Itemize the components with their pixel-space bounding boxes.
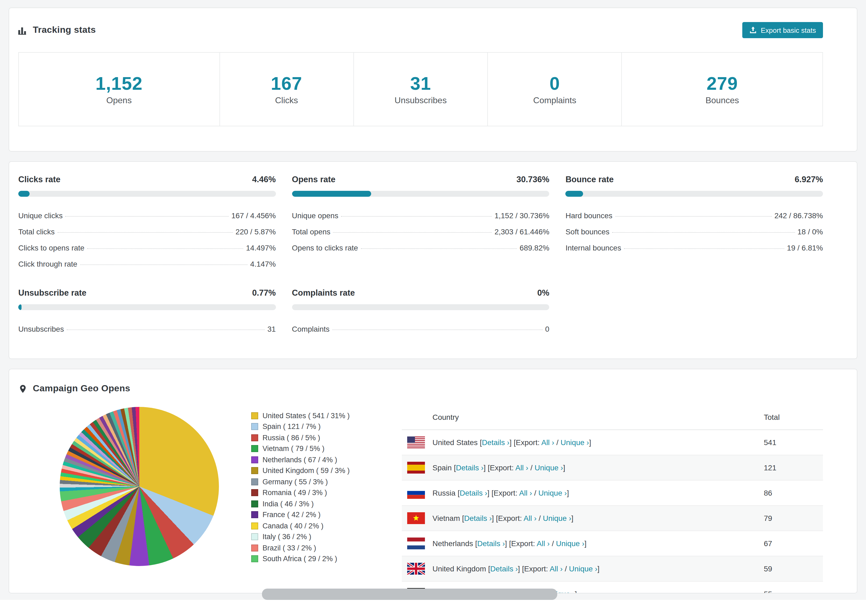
rate-value: 30.736% (516, 175, 549, 184)
legend-item-south-africa[interactable]: South Africa ( 29 / 2% ) (251, 553, 402, 564)
legend-item-canada[interactable]: Canada ( 40 / 2% ) (251, 520, 402, 531)
details-link[interactable]: Details › (490, 564, 518, 573)
dotted-leader (80, 264, 247, 265)
progress-bar (292, 304, 549, 310)
legend-label: United Kingdom ( 59 / 3% ) (263, 467, 350, 475)
geo-title: Campaign Geo Opens (33, 383, 130, 394)
legend-item-italy[interactable]: Italy ( 36 / 2% ) (251, 531, 402, 542)
dotted-leader (332, 330, 542, 330)
legend-item-spain[interactable]: Spain ( 121 / 7% ) (251, 421, 402, 432)
flag-us-icon (407, 437, 425, 448)
legend-label: India ( 46 / 3% ) (263, 500, 314, 508)
export-unique-link[interactable]: Unique › (543, 514, 571, 522)
country-total: 79 (764, 514, 823, 522)
legend-label: South Africa ( 29 / 2% ) (263, 555, 337, 563)
geo-table-row-russia: Russia [Details ›] [Export: All › / Uniq… (402, 481, 823, 506)
export-all-link[interactable]: All › (515, 464, 528, 472)
legend-label: United States ( 541 / 31% ) (263, 412, 350, 420)
geo-pie-chart[interactable] (60, 407, 219, 566)
rate-row: Soft bounces 18 / 0% (565, 224, 823, 240)
stat-bounces: 279 Bounces (622, 53, 822, 126)
rate-row: Total clicks 220 / 5.87% (18, 224, 276, 240)
dotted-leader (57, 232, 233, 233)
country-name: United Kingdom (433, 564, 486, 573)
progress-bar (292, 191, 549, 197)
legend-label: Brazil ( 33 / 2% ) (263, 544, 316, 552)
stat-complaints: 0 Complaints (488, 53, 622, 126)
rate-row: Unsubscribes 31 (18, 321, 276, 337)
geo-legend: United States ( 541 / 31% ) Spain ( 121 … (251, 410, 402, 593)
dotted-leader (341, 216, 492, 217)
geo-table-body: United States [Details ›] [Export: All ›… (402, 430, 823, 593)
rate-row: Opens to clicks rate 689.82% (292, 240, 549, 256)
legend-swatch (251, 511, 258, 519)
geo-header: Campaign Geo Opens (9, 369, 857, 405)
export-unique-link[interactable]: Unique › (561, 438, 589, 447)
geo-table-row-vietnam: Vietnam [Details ›] [Export: All › / Uni… (402, 506, 823, 531)
dotted-leader (624, 248, 784, 249)
rate-title: Opens rate (292, 175, 335, 184)
progress-bar (18, 191, 276, 197)
dotted-leader (65, 216, 228, 217)
export-basic-stats-button[interactable]: Export basic stats (743, 22, 823, 38)
stat-label: Clicks (275, 96, 298, 105)
legend-swatch (251, 500, 258, 508)
horizontal-scrollbar-thumb[interactable] (262, 589, 557, 600)
legend-label: Russia ( 86 / 5% ) (263, 434, 320, 442)
details-link[interactable]: Details › (460, 489, 487, 497)
dotted-leader (612, 232, 795, 233)
geo-table-row-netherlands: Netherlands [Details ›] [Export: All › /… (402, 531, 823, 556)
export-all-link[interactable]: All › (524, 514, 537, 522)
rate-row: Unique opens 1,152 / 30.736% (292, 207, 549, 224)
geo-table: Country Total United States [Details ›] … (402, 405, 823, 593)
stat-label: Unsubscribes (395, 96, 447, 105)
details-link[interactable]: Details › (477, 539, 505, 548)
geo-table-row-united-states: United States [Details ›] [Export: All ›… (402, 430, 823, 455)
legend-item-united-kingdom[interactable]: United Kingdom ( 59 / 3% ) (251, 465, 402, 476)
rates-grid: Clicks rate 4.46% Unique clicks 167 / 4.… (9, 162, 857, 358)
progress-fill (18, 191, 30, 197)
geo-table-row-spain: Spain [Details ›] [Export: All › / Uniqu… (402, 455, 823, 481)
dotted-leader (361, 248, 517, 249)
legend-item-russia[interactable]: Russia ( 86 / 5% ) (251, 432, 402, 443)
export-all-link[interactable]: All › (537, 539, 550, 548)
progress-bar (565, 191, 823, 197)
progress-fill (565, 191, 583, 197)
legend-item-romania[interactable]: Romania ( 49 / 3% ) (251, 487, 402, 498)
legend-item-india[interactable]: India ( 46 / 3% ) (251, 498, 402, 509)
legend-swatch (251, 445, 258, 452)
stat-value: 31 (410, 73, 431, 94)
export-unique-link[interactable]: Unique › (538, 489, 567, 497)
legend-item-vietnam[interactable]: Vietnam ( 79 / 5% ) (251, 443, 402, 454)
legend-swatch (251, 489, 258, 497)
geo-table-row-united-kingdom: United Kingdom [Details ›] [Export: All … (402, 556, 823, 581)
legend-label: Netherlands ( 67 / 4% ) (263, 456, 337, 464)
export-all-link[interactable]: All › (550, 564, 563, 573)
export-unique-link[interactable]: Unique › (569, 564, 597, 573)
rate-value: 0% (537, 288, 550, 298)
flag-es-icon (407, 462, 425, 473)
details-link[interactable]: Details › (456, 464, 483, 472)
export-all-link[interactable]: All › (519, 489, 532, 497)
campaign-geo-opens-card: Campaign Geo Opens United States ( 541 /… (9, 369, 857, 593)
legend-item-netherlands[interactable]: Netherlands ( 67 / 4% ) (251, 454, 402, 465)
stat-opens: 1,152 Opens (19, 53, 220, 126)
details-link[interactable]: Details › (464, 514, 492, 522)
export-unique-link[interactable]: Unique › (556, 539, 584, 548)
legend-item-brazil[interactable]: Brazil ( 33 / 2% ) (251, 542, 402, 553)
stat-value: 0 (550, 73, 560, 94)
export-unique-link[interactable]: Unique › (535, 464, 563, 472)
rate-title: Unsubscribe rate (18, 288, 86, 298)
details-link[interactable]: Details › (482, 438, 510, 447)
legend-item-germany[interactable]: Germany ( 55 / 3% ) (251, 476, 402, 487)
country-name: Vietnam (433, 514, 460, 522)
legend-item-france[interactable]: France ( 42 / 2% ) (251, 509, 402, 520)
country-total: 86 (764, 489, 823, 497)
rate-block-clicks-rate: Clicks rate 4.46% Unique clicks 167 / 4.… (18, 175, 276, 272)
legend-item-united-states[interactable]: United States ( 541 / 31% ) (251, 410, 402, 421)
rate-row: Click through rate 4.147% (18, 256, 276, 272)
export-all-link[interactable]: All › (542, 438, 554, 447)
country-column-header: Country (402, 413, 764, 421)
dotted-leader (615, 216, 772, 217)
export-icon (749, 26, 757, 34)
